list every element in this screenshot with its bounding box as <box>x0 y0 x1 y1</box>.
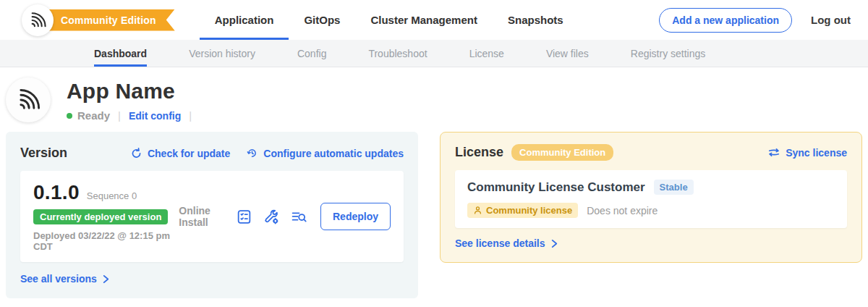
page-title: App Name <box>67 79 200 104</box>
version-card-title: Version <box>20 146 67 161</box>
tab-dashboard[interactable]: Dashboard <box>94 40 147 67</box>
sync-icon <box>767 147 780 158</box>
tab-registry-settings[interactable]: Registry settings <box>631 40 705 67</box>
edition-ribbon-badge: Community Edition <box>43 9 175 31</box>
sub-nav: Dashboard Version history Config Trouble… <box>0 40 868 67</box>
top-nav-snapshots[interactable]: Snapshots <box>493 0 579 40</box>
tab-view-files[interactable]: View files <box>546 40 589 67</box>
version-line: 0.1.0 Sequence 0 <box>33 181 179 204</box>
top-nav-gitops[interactable]: GitOps <box>289 0 355 40</box>
dashboard-cards: Version Check for update <box>0 122 868 298</box>
app-header-text: App Name Ready | Edit config | <box>67 77 200 122</box>
expiry-label: Does not expire <box>587 205 658 216</box>
divider: | <box>189 109 192 122</box>
license-card: License Community Edition Sync license <box>440 132 862 263</box>
replicated-logo-icon <box>28 11 47 30</box>
license-details-panel: Community License Customer Stable Commun… <box>455 170 847 228</box>
config-wrench-icon[interactable] <box>263 209 280 225</box>
tab-version-history[interactable]: Version history <box>189 40 255 67</box>
version-header-links: Check for update Configure automatic upd… <box>130 147 404 159</box>
install-type-label: Online Install <box>179 205 224 228</box>
edit-config-link[interactable]: Edit config <box>129 110 181 122</box>
sync-license-label: Sync license <box>786 147 847 159</box>
license-type-label: Community license <box>486 205 572 216</box>
preflight-checks-icon[interactable] <box>236 209 252 225</box>
logout-button[interactable]: Log out <box>811 14 851 26</box>
chevron-right-icon <box>550 239 558 248</box>
license-card-title: License <box>455 145 503 160</box>
check-for-update-label: Check for update <box>148 148 230 159</box>
brand-logo <box>22 4 54 36</box>
top-nav-cluster-management[interactable]: Cluster Management <box>355 0 493 40</box>
check-for-update-link[interactable]: Check for update <box>130 147 230 159</box>
version-info: 0.1.0 Sequence 0 Currently deployed vers… <box>33 181 179 252</box>
status-badge: Ready <box>77 109 110 122</box>
view-files-search-icon[interactable] <box>291 209 307 225</box>
sequence-label: Sequence 0 <box>87 190 137 201</box>
customer-row: Community License Customer Stable <box>467 180 835 195</box>
see-all-versions-label: See all versions <box>20 273 97 285</box>
top-nav: Community Edition Application GitOps Clu… <box>0 0 868 40</box>
license-meta-row: Community license Does not expire <box>467 203 835 218</box>
see-license-details-link[interactable]: See license details <box>455 237 558 249</box>
configure-automatic-updates-label: Configure automatic updates <box>263 148 404 159</box>
sync-license-link[interactable]: Sync license <box>767 147 847 159</box>
tab-license[interactable]: License <box>469 40 504 67</box>
divider: | <box>118 109 121 122</box>
top-nav-right: Add a new application Log out <box>659 8 851 33</box>
current-version-panel: 0.1.0 Sequence 0 Currently deployed vers… <box>20 171 404 262</box>
brand: Community Edition <box>22 4 175 36</box>
top-nav-application[interactable]: Application <box>200 0 289 40</box>
tab-troubleshoot[interactable]: Troubleshoot <box>368 40 427 67</box>
tab-config[interactable]: Config <box>297 40 326 67</box>
deployed-timestamp: Deployed 03/22/22 @ 12:15 pm CDT <box>33 230 179 252</box>
app-avatar <box>6 77 51 122</box>
channel-badge: Stable <box>654 180 694 195</box>
add-application-button[interactable]: Add a new application <box>659 8 792 33</box>
customer-name: Community License Customer <box>467 180 645 195</box>
license-card-header: License Community Edition Sync license <box>455 144 847 161</box>
community-edition-badge: Community Edition <box>511 144 613 161</box>
see-all-versions-link[interactable]: See all versions <box>20 273 110 285</box>
app-logo-icon <box>15 87 41 113</box>
deployed-badge: Currently deployed version <box>33 209 168 224</box>
refresh-icon <box>130 147 142 159</box>
auto-update-icon <box>246 147 258 159</box>
license-header-links: Sync license <box>767 147 847 159</box>
version-card-header: Version Check for update <box>20 146 404 161</box>
license-type-badge: Community license <box>467 203 578 218</box>
version-number: 0.1.0 <box>33 181 80 204</box>
version-actions: Online Install <box>179 203 391 230</box>
app-status-row: Ready | Edit config | <box>67 109 200 122</box>
configure-automatic-updates-link[interactable]: Configure automatic updates <box>246 147 404 159</box>
person-icon <box>473 206 482 215</box>
see-license-details-label: See license details <box>455 237 545 249</box>
status-dot <box>67 113 72 119</box>
top-nav-items: Application GitOps Cluster Management Sn… <box>200 0 579 40</box>
version-card: Version Check for update <box>6 132 418 298</box>
chevron-right-icon <box>102 274 110 284</box>
redeploy-button[interactable]: Redeploy <box>320 203 391 230</box>
app-header: App Name Ready | Edit config | <box>0 67 868 122</box>
